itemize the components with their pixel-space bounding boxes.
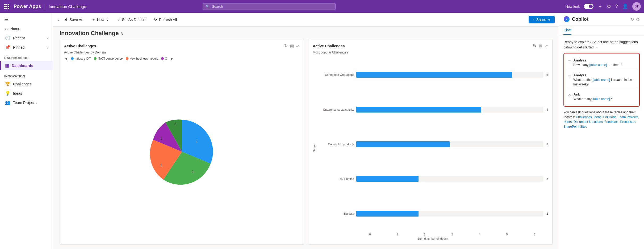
bar-track-3 — [356, 176, 543, 182]
sidebar: ☰ ⌂ Home 🕐 Recent ∨ 📌 Pinned ∨ Dashboard… — [0, 13, 53, 249]
suggestion-title-1: Analyze — [573, 73, 635, 77]
legend-label-1: IT/OT convergence — [98, 57, 123, 60]
app-title: Power Apps — [14, 4, 41, 9]
suggestion-desc-0: How many [table name] are there? — [573, 63, 622, 67]
svg-text:2: 2 — [191, 170, 193, 174]
footer-link-doclocations[interactable]: Document Locations — [574, 120, 603, 124]
refresh-icon: ↻ — [154, 18, 157, 22]
sidebar-item-pinned[interactable]: 📌 Pinned ∨ — [0, 43, 53, 52]
copilot-refresh-icon[interactable]: ↻ — [630, 17, 634, 22]
bar-value-1: 4 — [546, 108, 548, 111]
pie-chart-container: 3 2 1 1 2 — [64, 63, 299, 240]
axis-tick-4: 4 — [466, 233, 493, 236]
app-grid-icon[interactable] — [3, 3, 10, 10]
bar-value-3: 2 — [546, 177, 548, 180]
footer-link-users[interactable]: Users — [563, 120, 572, 124]
copilot-intro: Ready to explore? Select one of the sugg… — [563, 39, 640, 50]
sidebar-item-home[interactable]: ⌂ Home — [0, 24, 53, 33]
sidebar-label-team-projects: Team Projects — [13, 101, 37, 105]
save-as-button[interactable]: 🖨 Save As — [61, 16, 86, 23]
footer-link-solutions[interactable]: Solutions — [603, 115, 616, 119]
copilot-panel: ✦ Copilot ↻ ⚙ Chat Ready to explore? Sel… — [559, 13, 644, 249]
page-title-dropdown[interactable]: ∨ — [121, 31, 124, 36]
tab-chat[interactable]: Chat — [563, 26, 571, 35]
sidebar-label-dashboards: Dashboards — [12, 64, 33, 68]
suggestion-item-1[interactable]: ≡ Analyze What are the [table name] I cr… — [566, 70, 637, 90]
record-name: Innovation Challenge — [49, 4, 86, 9]
bar-label-3: 3D Printing — [317, 177, 354, 180]
suggestion-title-2: Ask — [574, 92, 612, 96]
sidebar-label-recent: Recent — [13, 36, 25, 40]
search-placeholder: Search — [212, 5, 223, 9]
new-button[interactable]: ＋ New ∨ — [89, 16, 112, 24]
footer-link-feedback[interactable]: Feedback — [604, 120, 618, 124]
sidebar-item-ideas[interactable]: 💡 Ideas — [0, 89, 53, 98]
set-default-label: Set As Default — [122, 18, 146, 22]
new-look-toggle[interactable] — [584, 4, 593, 9]
right-chart-table-icon[interactable]: ▤ — [538, 43, 542, 48]
share-button[interactable]: ↑ Share ∨ — [529, 16, 555, 23]
bar-row-0: Connected Operations 5 — [317, 72, 548, 78]
footer-link-processes[interactable]: Processes — [620, 120, 635, 124]
footer-link-challenges[interactable]: Challenges — [576, 115, 592, 119]
chart-card-right: Active Challenges ↻ ▤ ⤢ Most popular Cha… — [308, 39, 553, 245]
left-chart-title: Active Challenges — [64, 44, 96, 48]
sidebar-item-team-projects[interactable]: 👥 Team Projects — [0, 98, 53, 107]
svg-text:3: 3 — [195, 139, 197, 143]
left-chart-expand-icon[interactable]: ⤢ — [296, 43, 299, 48]
pie-chart-svg: 3 2 1 1 2 — [147, 117, 216, 186]
sidebar-item-dashboards[interactable]: ▦ Dashboards — [0, 61, 53, 70]
right-chart-expand-icon[interactable]: ⤢ — [545, 43, 548, 48]
axis-tick-2: 2 — [411, 233, 438, 236]
refresh-button[interactable]: ↻ Refresh All — [151, 16, 180, 23]
legend-label-3: C — [165, 57, 167, 60]
suggestion-link-0[interactable]: [table name] — [589, 63, 607, 67]
left-chart-legend: ◄ Industry IOT IT/OT convergence New bus… — [64, 56, 299, 61]
suggestion-item-0[interactable]: ≡ Analyze How many [table name] are ther… — [566, 56, 637, 70]
nav-divider: | — [44, 4, 45, 9]
footer-link-sharepoint[interactable]: SharePoint Sites — [563, 125, 587, 128]
copilot-settings-icon[interactable]: ⚙ — [636, 17, 640, 22]
set-default-button[interactable]: ✓ Set As Default — [114, 16, 149, 23]
new-dropdown-icon: ∨ — [106, 18, 109, 22]
legend-prev[interactable]: ◄ — [64, 56, 68, 61]
right-chart-refresh-icon[interactable]: ↻ — [533, 43, 536, 48]
settings-icon[interactable]: ⚙ — [607, 3, 611, 9]
footer-link-ideas[interactable]: Ideas — [593, 115, 601, 119]
help-icon[interactable]: ? — [615, 4, 618, 9]
bar-row-4: Big data 2 — [317, 211, 548, 217]
legend-dot-2 — [126, 57, 128, 60]
copilot-tabs: Chat — [559, 26, 644, 35]
bar-axis: 0123456 — [317, 233, 548, 236]
main-layout: ☰ ⌂ Home 🕐 Recent ∨ 📌 Pinned ∨ Dashboard… — [0, 13, 644, 249]
search-icon: 🔍 — [206, 5, 210, 9]
suggestion-link-1[interactable]: [table name] — [592, 78, 610, 82]
search-bar[interactable]: 🔍 Search — [203, 3, 336, 10]
top-navigation: Power Apps | Innovation Challenge 🔍 Sear… — [0, 0, 644, 13]
legend-dot-3 — [161, 57, 164, 60]
user-settings-icon[interactable]: 👤 — [622, 3, 628, 9]
back-button[interactable]: ‹ — [57, 17, 59, 22]
sidebar-toggle[interactable]: ☰ — [0, 15, 53, 24]
left-chart-table-icon[interactable]: ▤ — [290, 43, 294, 48]
legend-next[interactable]: ► — [170, 56, 174, 61]
suggestion-item-2[interactable]: ○ Ask What are my [table name]? — [566, 90, 637, 104]
suggestion-link-2[interactable]: [table name] — [592, 97, 610, 101]
toolbar: ‹ 🖨 Save As ＋ New ∨ ✓ Set As Default ↻ R… — [53, 13, 559, 27]
add-icon[interactable]: ＋ — [598, 3, 603, 10]
sidebar-item-challenges[interactable]: 🏆 Challenges — [0, 79, 53, 89]
bar-value-0: 5 — [546, 73, 548, 76]
suggestion-desc-2: What are my [table name]? — [574, 97, 612, 101]
suggestion-desc-1: What are the [table name] I created in t… — [573, 78, 635, 87]
copilot-header-icons: ↻ ⚙ — [630, 17, 640, 22]
footer-link-teamprojects[interactable]: Team Projects — [618, 115, 638, 119]
avatar[interactable]: ST — [632, 2, 641, 11]
left-chart-refresh-icon[interactable]: ↻ — [284, 43, 288, 48]
axis-tick-0: 0 — [356, 233, 384, 236]
copilot-header: ✦ Copilot ↻ ⚙ — [559, 13, 644, 26]
left-chart-subtitle: Active Challenges by Domain — [64, 51, 299, 54]
sidebar-label-challenges: Challenges — [13, 82, 32, 86]
legend-label-2: New business models — [129, 57, 158, 60]
main-content: ‹ 🖨 Save As ＋ New ∨ ✓ Set As Default ↻ R… — [53, 13, 559, 249]
sidebar-item-recent[interactable]: 🕐 Recent ∨ — [0, 33, 53, 43]
